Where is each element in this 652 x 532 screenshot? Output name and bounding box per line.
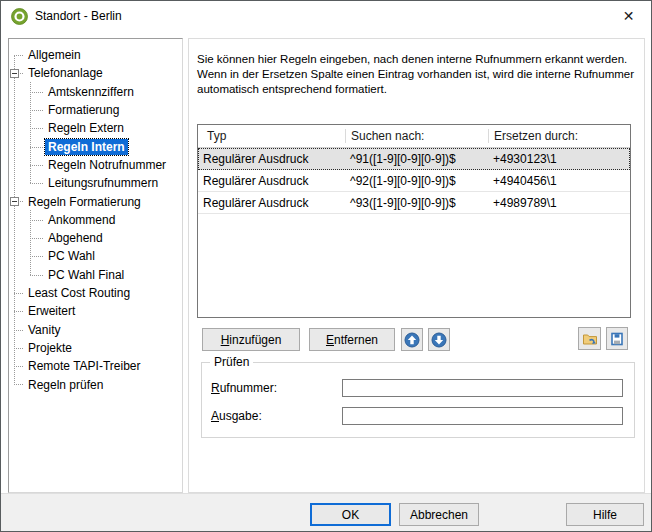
tree-item-regeln-notrufnummer[interactable]: Regeln Notrufnummer — [9, 156, 182, 174]
tree-item-allgemein[interactable]: Allgemein — [9, 46, 182, 64]
ausgabe-label: Ausgabe: — [211, 409, 262, 423]
titlebar: Standort - Berlin ✕ — [1, 1, 651, 32]
import-rules-button[interactable] — [578, 327, 601, 350]
nav-tree-panel: AllgemeinTelefonanlageAmtskennziffernFor… — [8, 38, 183, 493]
settings-panel: Sie können hier Regeln eingeben, nach de… — [188, 38, 645, 493]
rules-column-header[interactable]: Typ — [198, 129, 345, 143]
nav-tree: AllgemeinTelefonanlageAmtskennziffernFor… — [9, 39, 182, 492]
rufnummer-input[interactable] — [342, 379, 623, 397]
tree-collapse-toggle-icon[interactable] — [10, 197, 19, 206]
tree-item-label[interactable]: Projekte — [25, 340, 75, 356]
rule-row[interactable]: Regulärer Ausdruck^92([1-9][0-9][0-9])$+… — [198, 170, 630, 192]
tree-item-ankommend[interactable]: Ankommend — [9, 211, 182, 229]
hinzufuegen-button[interactable]: Hinzufügen — [202, 328, 300, 351]
tree-item-remote-tapi-treiber[interactable]: Remote TAPI-Treiber — [9, 357, 182, 375]
tree-item-label[interactable]: Vanity — [25, 322, 63, 338]
rules-column-header[interactable]: Ersetzen durch: — [488, 129, 630, 143]
tree-item-label[interactable]: Abgehend — [45, 230, 106, 246]
rules-table: TypSuchen nach:Ersetzen durch: Regulärer… — [197, 124, 631, 318]
tree-item-least-cost-routing[interactable]: Least Cost Routing — [9, 284, 182, 302]
tree-item-label[interactable]: Amtskennziffern — [45, 84, 137, 100]
description-line: Wenn in der Ersetzen Spalte einen Eintra… — [197, 67, 639, 82]
down-arrow-icon — [431, 332, 447, 348]
tree-item-label[interactable]: Formatierung — [45, 102, 122, 118]
tree-item-label[interactable]: PC Wahl Final — [45, 267, 127, 283]
ok-button[interactable]: OK — [310, 503, 391, 526]
tree-item-erweitert[interactable]: Erweitert — [9, 302, 182, 320]
close-icon[interactable]: ✕ — [606, 1, 651, 31]
tree-item-label[interactable]: Ankommend — [45, 212, 118, 228]
tree-connector-stub — [14, 366, 23, 367]
tree-connector-stub — [14, 348, 23, 349]
tree-connector-stub — [30, 256, 43, 257]
save-disk-icon — [609, 331, 625, 347]
tree-item-label[interactable]: Allgemein — [25, 47, 84, 63]
tree-item-pc-wahl-final[interactable]: PC Wahl Final — [9, 266, 182, 284]
entfernen-button[interactable]: Entfernen — [309, 328, 395, 351]
tree-item-leitungsrufnummern[interactable]: Leitungsrufnummern — [9, 174, 182, 192]
description-text: Sie können hier Regeln eingeben, nach de… — [197, 52, 639, 97]
tree-connector-line — [14, 55, 15, 384]
tree-connector-stub — [30, 238, 43, 239]
tree-connector-stub — [30, 128, 43, 129]
rule-cell-typ: Regulärer Ausdruck — [198, 174, 345, 188]
rule-row[interactable]: Regulärer Ausdruck^93([1-9][0-9][0-9])$+… — [198, 192, 630, 214]
tree-item-formatierung[interactable]: Formatierung — [9, 101, 182, 119]
tree-item-projekte[interactable]: Projekte — [9, 339, 182, 357]
tree-item-label[interactable]: Remote TAPI-Treiber — [25, 358, 143, 374]
up-arrow-icon — [404, 332, 420, 348]
tree-collapse-toggle-icon[interactable] — [10, 69, 19, 78]
rule-cell-ersetzen: +4940456\1 — [488, 174, 630, 188]
tree-item-label[interactable]: Least Cost Routing — [25, 285, 133, 301]
tree-item-pc-wahl[interactable]: PC Wahl — [9, 247, 182, 265]
tree-item-label[interactable]: Telefonanlage — [25, 65, 106, 81]
tree-item-abgehend[interactable]: Abgehend — [9, 229, 182, 247]
tree-item-vanity[interactable]: Vanity — [9, 321, 182, 339]
rufnummer-label: Rufnummer: — [211, 381, 277, 395]
tree-connector-stub — [14, 311, 23, 312]
folder-import-icon — [582, 331, 598, 347]
tree-item-label[interactable]: Regeln Formatierung — [25, 194, 144, 210]
tree-connector-stub — [30, 110, 43, 111]
window-title: Standort - Berlin — [35, 1, 122, 32]
tree-connector-stub — [30, 275, 43, 276]
rule-cell-ersetzen: +4930123\1 — [488, 152, 630, 166]
tree-connector-stub — [30, 92, 43, 93]
tree-item-regeln-prüfen[interactable]: Regeln prüfen — [9, 375, 182, 393]
move-down-button[interactable] — [428, 328, 450, 351]
abbrechen-button[interactable]: Abbrechen — [399, 503, 479, 526]
rule-cell-ersetzen: +4989789\1 — [488, 196, 630, 210]
tree-connector-stub — [30, 147, 43, 148]
tree-connector-stub — [14, 384, 23, 385]
rule-row[interactable]: Regulärer Ausdruck^91([1-9][0-9][0-9])$+… — [198, 148, 630, 170]
tree-item-regeln-extern[interactable]: Regeln Extern — [9, 119, 182, 137]
app-icon — [11, 8, 28, 25]
move-up-button[interactable] — [401, 328, 423, 351]
tree-item-label[interactable]: Erweitert — [25, 303, 78, 319]
rule-cell-suchen: ^93([1-9][0-9][0-9])$ — [345, 196, 488, 210]
tree-item-label[interactable]: PC Wahl — [45, 248, 98, 264]
tree-item-telefonanlage[interactable]: Telefonanlage — [9, 64, 182, 82]
rules-column-header[interactable]: Suchen nach: — [345, 129, 488, 143]
tree-item-amtskennziffern[interactable]: Amtskennziffern — [9, 83, 182, 101]
tree-connector-stub — [30, 165, 43, 166]
export-rules-button[interactable] — [606, 327, 628, 350]
tree-item-label[interactable]: Regeln Intern — [45, 139, 128, 155]
description-line: automatisch entsprechend formatiert. — [197, 82, 639, 97]
tree-item-label[interactable]: Leitungsrufnummern — [45, 175, 161, 191]
tree-item-label[interactable]: Regeln prüfen — [25, 377, 106, 393]
rule-cell-suchen: ^91([1-9][0-9][0-9])$ — [345, 152, 488, 166]
rule-cell-typ: Regulärer Ausdruck — [198, 196, 345, 210]
tree-connector-stub — [14, 55, 23, 56]
hilfe-button[interactable]: Hilfe — [566, 503, 644, 526]
description-line: Sie können hier Regeln eingeben, nach de… — [197, 52, 639, 67]
dialog-footer: OK Abbrechen Hilfe — [1, 493, 651, 531]
tree-connector-line — [30, 210, 31, 275]
tree-item-regeln-intern[interactable]: Regeln Intern — [9, 138, 182, 156]
tree-item-label[interactable]: Regeln Notrufnummer — [45, 157, 169, 173]
tree-item-label[interactable]: Regeln Extern — [45, 120, 127, 136]
ausgabe-input[interactable] — [342, 407, 623, 425]
pruefen-group-title: Prüfen — [210, 355, 253, 369]
tree-item-regeln-formatierung[interactable]: Regeln Formatierung — [9, 192, 182, 210]
tree-connector-stub — [30, 220, 43, 221]
